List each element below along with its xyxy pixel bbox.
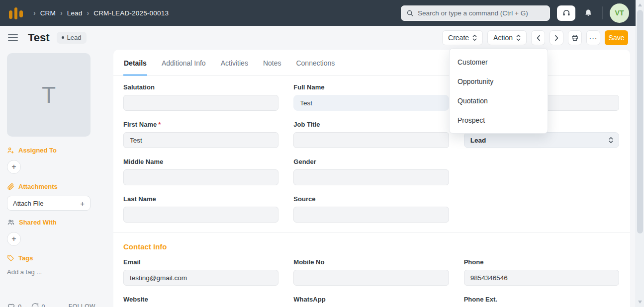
empty-cell (464, 195, 619, 223)
breadcrumb-lead[interactable]: Lead (67, 9, 83, 17)
tab-notes[interactable]: Notes (263, 50, 282, 76)
status-badge: Lead (57, 32, 87, 44)
first-name-input[interactable] (123, 132, 278, 148)
field-middle-name: Middle Name (123, 158, 278, 185)
chevron-right-icon: › (60, 9, 63, 17)
add-tag-input[interactable]: Add a tag ... (7, 268, 113, 276)
job-title-label: Job Title (293, 121, 449, 128)
shared-with-section: Shared With (7, 219, 113, 226)
scroll-down-arrow-icon[interactable] (638, 301, 642, 304)
headphones-icon (562, 8, 571, 17)
status-select[interactable]: Lead (464, 132, 619, 148)
record-avatar[interactable]: T (7, 53, 91, 137)
menu-item-customer[interactable]: Customer (450, 52, 548, 72)
chevron-right-icon: › (87, 9, 90, 17)
phone-input[interactable] (464, 270, 619, 286)
badge-dot-icon (62, 36, 64, 39)
phone-label: Phone (464, 258, 619, 266)
menu-item-opportunity[interactable]: Opportunity (450, 72, 548, 91)
plus-icon: + (80, 199, 85, 208)
sidebar-footer: 0 · 0 FOLLOW (7, 303, 95, 307)
tab-connections[interactable]: Connections (295, 50, 335, 76)
search-input[interactable] (418, 9, 545, 17)
header-actions: Create Action ··· Save (442, 30, 628, 45)
add-assignee-button[interactable]: + (7, 160, 21, 174)
email-input[interactable] (123, 270, 278, 286)
assigned-to-label: Assigned To (18, 147, 57, 154)
print-button[interactable] (568, 30, 582, 45)
notifications-button[interactable] (581, 5, 595, 21)
comments-count: 0 (42, 303, 45, 307)
heart-icon[interactable] (7, 303, 15, 307)
field-mobile-no: Mobile No (293, 258, 449, 286)
follow-button[interactable]: FOLLOW (69, 303, 95, 307)
app-logo-icon[interactable] (7, 4, 25, 22)
phone-ext-label: Phone Ext. (464, 296, 619, 303)
bell-icon (584, 8, 593, 18)
chevron-right-icon (554, 35, 559, 41)
middle-name-label: Middle Name (123, 158, 278, 165)
scrollbar-thumb[interactable] (637, 10, 643, 233)
add-share-button[interactable]: + (7, 232, 21, 246)
paperclip-icon (7, 183, 14, 190)
status-select-value: Lead (470, 137, 486, 144)
ellipsis-icon: ··· (589, 34, 598, 42)
middle-name-input[interactable] (123, 169, 278, 185)
next-record-button[interactable] (550, 30, 563, 45)
assigned-to-section: Assigned To (7, 147, 113, 154)
full-name-input (293, 95, 449, 111)
likes-count: 0 (18, 303, 21, 307)
last-name-input[interactable] (123, 207, 278, 223)
field-whatsapp: WhatsApp (293, 296, 449, 307)
mobile-no-label: Mobile No (293, 258, 449, 266)
salutation-input[interactable] (123, 95, 278, 111)
more-options-button[interactable]: ··· (586, 30, 600, 45)
source-label: Source (293, 195, 449, 203)
shared-with-label: Shared With (19, 219, 57, 226)
navbar-right-group: VT (401, 3, 629, 23)
previous-record-button[interactable] (531, 30, 545, 45)
chevron-right-icon: › (33, 9, 36, 17)
breadcrumb-crm[interactable]: CRM (40, 9, 56, 17)
user-plus-icon (7, 147, 14, 154)
chevron-left-icon (536, 35, 541, 41)
field-phone: Phone (464, 258, 619, 286)
help-button[interactable] (557, 5, 575, 21)
save-button[interactable]: Save (605, 30, 628, 45)
attach-file-button[interactable]: Attach File + (7, 196, 91, 211)
tag-icon (7, 254, 14, 262)
global-search[interactable] (401, 5, 550, 21)
tab-details[interactable]: Details (123, 50, 147, 76)
chevron-up-down-icon (609, 137, 613, 144)
create-button[interactable]: Create (442, 30, 483, 45)
first-name-label: First Name* (123, 121, 278, 128)
attach-file-label: Attach File (13, 200, 43, 207)
tab-additional-info[interactable]: Additional Info (161, 50, 206, 76)
sidebar-toggle-icon[interactable] (8, 34, 18, 41)
search-icon (406, 9, 414, 17)
field-last-name: Last Name (123, 195, 278, 223)
required-marker: * (158, 121, 161, 128)
action-button[interactable]: Action (487, 30, 527, 45)
chevron-up-down-icon (472, 34, 477, 41)
menu-item-quotation[interactable]: Quotation (450, 91, 548, 110)
user-avatar[interactable]: VT (610, 3, 629, 23)
comment-icon[interactable] (31, 303, 39, 307)
full-name-label: Full Name (293, 83, 449, 91)
source-input[interactable] (293, 207, 449, 223)
field-website: Website (123, 296, 278, 307)
contact-info-heading: Contact Info (113, 232, 630, 251)
tab-activities[interactable]: Activities (220, 50, 249, 76)
scroll-up-arrow-icon[interactable] (638, 3, 642, 6)
mobile-no-input[interactable] (293, 270, 449, 286)
page-header: Test Lead Create Action ·· (0, 26, 636, 50)
field-email: Email (123, 258, 278, 286)
field-full-name: Full Name (293, 83, 449, 111)
vertical-scrollbar[interactable] (636, 0, 644, 307)
job-title-input[interactable] (293, 132, 449, 148)
action-button-label: Action (493, 34, 513, 42)
gender-input[interactable] (293, 169, 449, 185)
menu-item-prospect[interactable]: Prospect (450, 110, 548, 130)
detail-card: Details Additional Info Activities Notes… (113, 50, 630, 307)
top-navbar: › CRM › Lead › CRM-LEAD-2025-00013 VT (0, 0, 636, 26)
